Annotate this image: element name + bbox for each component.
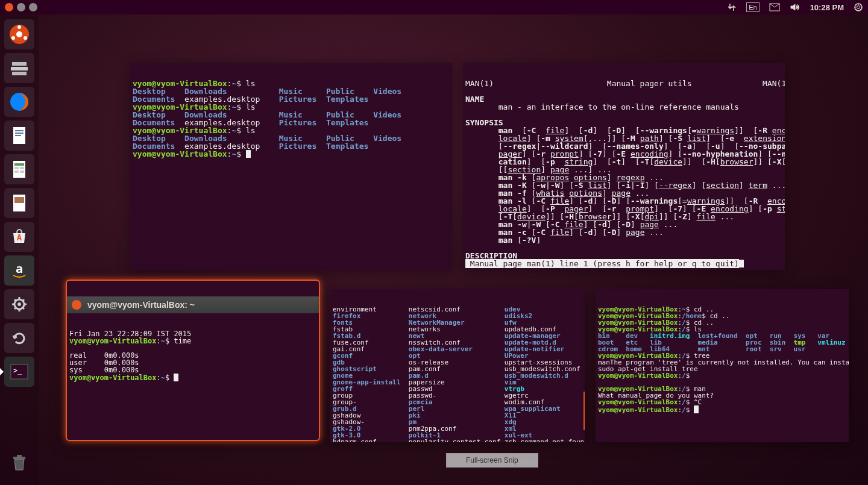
messages-indicator[interactable] bbox=[764, 3, 785, 11]
svg-point-4 bbox=[16, 31, 22, 37]
maximize-icon[interactable] bbox=[29, 3, 37, 11]
keyboard-indicator[interactable]: En bbox=[741, 2, 764, 12]
launcher-amazon[interactable]: a bbox=[4, 255, 34, 286]
session-indicator[interactable] bbox=[849, 2, 868, 12]
terminal-root[interactable]: vyom@vyom-VirtualBox:~$ cd .. vyom@vyom-… bbox=[596, 289, 849, 442]
svg-text:>_: >_ bbox=[13, 366, 22, 375]
svg-rect-14 bbox=[15, 133, 24, 134]
launcher: A a >_ bbox=[0, 14, 39, 485]
launcher-impress[interactable] bbox=[4, 188, 34, 218]
window-controls bbox=[0, 3, 37, 11]
svg-rect-10 bbox=[12, 72, 27, 75]
svg-rect-30 bbox=[13, 457, 25, 459]
network-indicator[interactable] bbox=[722, 2, 741, 12]
terminal-ls[interactable]: vyom@vyom-VirtualBox:~$ ls Desktop Downl… bbox=[130, 63, 452, 270]
svg-rect-8 bbox=[12, 62, 27, 66]
launcher-firefox[interactable] bbox=[4, 87, 34, 117]
launcher-writer[interactable] bbox=[4, 120, 34, 151]
launcher-trash[interactable] bbox=[4, 448, 34, 478]
svg-rect-21 bbox=[20, 171, 24, 173]
window-title: vyom@vyom-VirtualBox: ~ bbox=[87, 301, 195, 309]
clock[interactable]: 10:28 PM bbox=[805, 3, 849, 12]
svg-rect-17 bbox=[14, 163, 24, 166]
svg-rect-31 bbox=[17, 455, 22, 457]
launcher-files[interactable] bbox=[4, 53, 34, 83]
svg-text:A: A bbox=[17, 233, 22, 242]
launcher-calc[interactable] bbox=[4, 154, 34, 184]
svg-rect-20 bbox=[14, 171, 19, 173]
svg-rect-13 bbox=[15, 130, 24, 131]
title-bar[interactable]: vyom@vyom-VirtualBox: ~ bbox=[67, 296, 319, 313]
svg-point-2 bbox=[857, 6, 860, 9]
launcher-settings[interactable] bbox=[4, 289, 34, 319]
svg-point-7 bbox=[11, 36, 15, 40]
svg-rect-9 bbox=[11, 67, 28, 70]
terminal-man[interactable]: MAN(1) Manual pager utils MAN(1) NAME ma… bbox=[463, 63, 785, 270]
close-icon[interactable] bbox=[5, 3, 13, 11]
snip-label: Full-screen Snip bbox=[446, 453, 538, 468]
svg-point-5 bbox=[17, 25, 21, 29]
launcher-terminal[interactable]: >_ bbox=[4, 357, 34, 387]
svg-rect-23 bbox=[14, 197, 24, 203]
close-icon[interactable] bbox=[72, 300, 81, 310]
top-panel: En 10:28 PM bbox=[0, 0, 868, 14]
terminal-time[interactable]: vyom@vyom-VirtualBox: ~ Fri Jan 23 22:28… bbox=[66, 280, 320, 441]
minimize-icon[interactable] bbox=[17, 3, 25, 11]
svg-point-6 bbox=[24, 36, 27, 40]
svg-rect-19 bbox=[20, 167, 24, 169]
launcher-dash[interactable] bbox=[4, 19, 34, 49]
svg-rect-15 bbox=[15, 135, 21, 136]
launcher-software-center[interactable]: A bbox=[4, 222, 34, 252]
svg-rect-18 bbox=[14, 167, 19, 169]
svg-text:a: a bbox=[16, 261, 23, 276]
launcher-updates[interactable] bbox=[4, 323, 34, 353]
terminal-etc[interactable]: environment netscsid.conf udev firefox n… bbox=[330, 289, 585, 442]
svg-point-27 bbox=[17, 302, 21, 306]
sound-indicator[interactable] bbox=[785, 3, 805, 11]
